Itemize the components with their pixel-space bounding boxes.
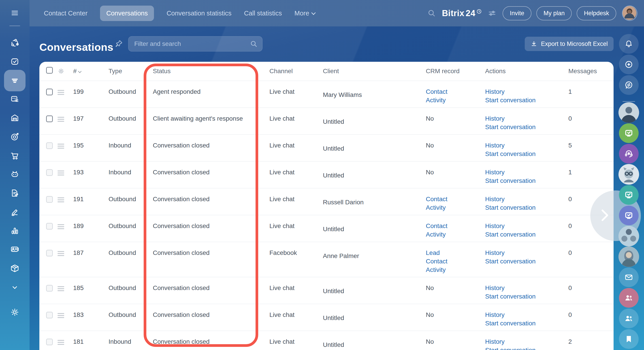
rail-item-avatar-user-1[interactable]	[618, 102, 639, 123]
sidebar-item-workspace[interactable]	[4, 107, 26, 129]
action-link[interactable]: Start conversation	[485, 292, 536, 300]
column-header-actions[interactable]: Actions	[485, 67, 568, 75]
row-checkbox[interactable]	[46, 215, 58, 242]
column-header-messages[interactable]: Messages	[568, 67, 614, 75]
sidebar-item-settings[interactable]	[4, 302, 26, 323]
crm-record-link[interactable]: Activity	[426, 230, 446, 238]
action-link[interactable]: Start conversation	[485, 96, 536, 104]
nav-tab-conversations[interactable]: Conversations	[100, 6, 154, 21]
column-header-client[interactable]: Client	[323, 67, 426, 75]
column-header-type[interactable]: Type	[108, 67, 153, 75]
sidebar-item-calendar[interactable]	[4, 88, 26, 110]
rail-item-app-teal-check[interactable]	[619, 185, 639, 205]
sidebar-item-e-signature[interactable]	[4, 201, 26, 223]
row-checkbox[interactable]	[46, 162, 58, 188]
row-checkbox[interactable]	[46, 135, 58, 161]
rail-item-avatar-team-group[interactable]	[618, 226, 639, 246]
row-checkbox[interactable]	[46, 277, 58, 304]
action-link[interactable]: History	[485, 168, 504, 176]
main-menu-hamburger-icon[interactable]	[6, 4, 23, 22]
crm-record-link[interactable]: Activity	[426, 204, 446, 212]
action-link[interactable]: History	[485, 222, 504, 230]
row-drag-handle-icon[interactable]	[58, 331, 73, 350]
row-drag-handle-icon[interactable]	[58, 304, 73, 330]
nav-tab-conversation-statistics[interactable]: Conversation statistics	[166, 10, 231, 17]
rail-item-copilot[interactable]	[619, 54, 639, 74]
sidebar-item-tasks[interactable]	[4, 51, 26, 72]
row-checkbox[interactable]	[46, 242, 58, 277]
row-drag-handle-icon[interactable]	[58, 242, 73, 277]
rail-item-bookmark[interactable]	[619, 329, 639, 349]
row-drag-handle-icon[interactable]	[58, 277, 73, 304]
action-link[interactable]: History	[485, 249, 504, 257]
action-link[interactable]: Start conversation	[485, 319, 536, 328]
action-link[interactable]: Start conversation	[485, 150, 536, 158]
export-to-excel-button[interactable]: Export to Microsoft Excel	[525, 37, 614, 51]
sidebar-item-market[interactable]	[4, 258, 26, 279]
action-link[interactable]: Start conversation	[485, 123, 536, 131]
rail-item-mail[interactable]	[619, 268, 639, 287]
row-checkbox[interactable]	[46, 81, 58, 108]
row-checkbox[interactable]	[46, 108, 58, 134]
row-checkbox[interactable]	[46, 188, 58, 215]
nav-tab-call-statistics[interactable]: Call statistics	[244, 10, 282, 17]
column-header-status[interactable]: Status	[153, 67, 270, 75]
row-drag-handle-icon[interactable]	[58, 162, 73, 188]
action-link[interactable]: Start conversation	[485, 346, 536, 350]
rail-item-app-indigo-check[interactable]	[619, 206, 639, 225]
action-link[interactable]: Start conversation	[485, 230, 536, 238]
current-user-avatar[interactable]	[622, 6, 637, 21]
action-link[interactable]: History	[485, 114, 504, 123]
action-link[interactable]: History	[485, 338, 504, 346]
rail-item-avatar-user-2[interactable]	[618, 246, 639, 267]
action-link[interactable]: History	[485, 311, 504, 319]
action-link[interactable]: Start conversation	[485, 204, 536, 212]
nav-tab-contact-center[interactable]: Contact Center	[44, 10, 88, 17]
row-checkbox[interactable]	[46, 304, 58, 330]
rail-item-avatar-cat-bot[interactable]	[618, 164, 639, 184]
rail-item-app-chatgpt-support[interactable]	[619, 144, 639, 164]
nav-tab-more[interactable]: More	[294, 10, 315, 17]
rail-item-app-green-check[interactable]	[619, 123, 639, 143]
rail-item-users[interactable]	[619, 308, 639, 328]
column-header-channel[interactable]: Channel	[270, 67, 323, 75]
sidebar-item-more[interactable]	[4, 277, 26, 298]
crm-record-link[interactable]: Lead	[426, 249, 440, 257]
column-header-crm-record[interactable]: CRM record	[426, 67, 485, 75]
row-drag-handle-icon[interactable]	[58, 215, 73, 242]
crm-record-link[interactable]: Activity	[426, 96, 446, 104]
row-checkbox[interactable]	[46, 331, 58, 350]
sidebar-item-marketing[interactable]	[4, 126, 26, 148]
action-link[interactable]: History	[485, 195, 504, 203]
crm-record-link[interactable]: Activity	[426, 266, 446, 274]
global-search-icon[interactable]	[427, 9, 436, 18]
action-link[interactable]: History	[485, 142, 504, 150]
action-link[interactable]: History	[485, 88, 504, 96]
header-settings-sliders-icon[interactable]	[487, 8, 497, 18]
crm-record-link[interactable]: Contact	[426, 222, 448, 230]
sidebar-item-contacts[interactable]	[4, 238, 26, 260]
rail-item-open-channels[interactable]	[619, 75, 639, 95]
row-drag-handle-icon[interactable]	[58, 188, 73, 215]
row-drag-handle-icon[interactable]	[58, 135, 73, 161]
action-link[interactable]: Start conversation	[485, 257, 536, 266]
notifications-bell-button[interactable]	[619, 34, 639, 54]
search-icon[interactable]	[250, 40, 258, 48]
crm-record-link[interactable]: Contact	[426, 195, 448, 203]
helpdesk-button[interactable]: Helpdesk	[577, 6, 616, 20]
row-drag-handle-icon[interactable]	[58, 81, 73, 108]
action-link[interactable]: Start conversation	[485, 177, 536, 185]
rail-item-users-pink[interactable]	[619, 288, 639, 308]
select-all-checkbox[interactable]	[46, 67, 58, 76]
sidebar-item-ai-assistant[interactable]	[4, 163, 26, 185]
row-drag-handle-icon[interactable]	[58, 108, 73, 134]
filter-search-input[interactable]	[128, 40, 250, 48]
invite-button[interactable]: Invite	[502, 6, 532, 20]
sidebar-item-documents[interactable]	[4, 182, 26, 204]
crm-record-link[interactable]: Contact	[426, 88, 448, 96]
pin-icon[interactable]	[114, 40, 123, 48]
crm-record-link[interactable]: Contact	[426, 257, 448, 266]
action-link[interactable]: History	[485, 284, 504, 292]
grid-settings-gear-icon[interactable]	[58, 68, 73, 75]
column-header-id[interactable]: #	[73, 67, 108, 75]
